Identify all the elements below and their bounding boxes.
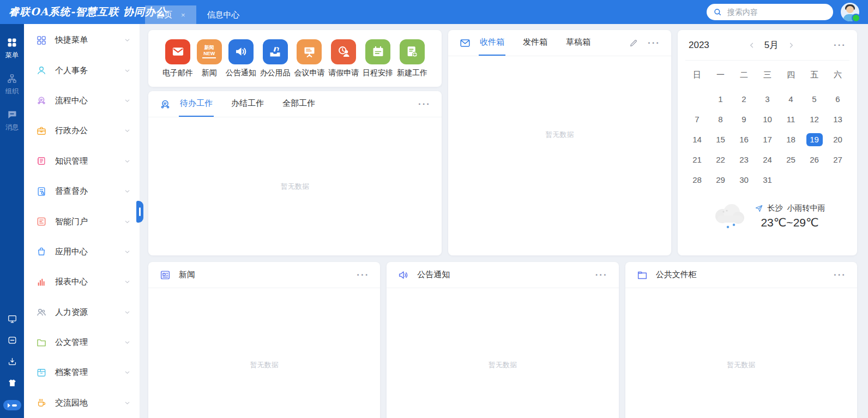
app-shortcut[interactable]: 办公用品 (260, 39, 291, 78)
app-shortcut[interactable]: 电子邮件 (162, 39, 193, 78)
mail-tab[interactable]: 草稿箱 (565, 30, 592, 56)
chevron-down-icon (124, 369, 131, 376)
calendar-weekdays: 日一二三四五六 (685, 61, 849, 85)
rail-item-icon (7, 37, 17, 48)
mail-icon (459, 37, 471, 49)
app-shortcut[interactable]: 新闻NEW 新闻 (197, 39, 222, 78)
calendar-day[interactable]: 22 (709, 150, 732, 170)
close-tab-icon[interactable] (181, 11, 185, 19)
calendar-day[interactable]: 8 (709, 109, 732, 129)
calendar-year: 2023 (689, 40, 709, 51)
prev-month-icon[interactable] (748, 41, 756, 49)
sidebar-item[interactable]: 行政办公 (24, 116, 140, 146)
topbar-tab[interactable]: 首页 (145, 5, 196, 24)
more-icon[interactable] (834, 40, 846, 50)
calendar-day[interactable]: 7 (685, 109, 709, 129)
calendar-day[interactable] (826, 170, 849, 190)
calendar-day[interactable]: 3 (756, 89, 779, 109)
sidebar-item[interactable]: 交流园地 (24, 388, 140, 418)
calendar-day[interactable]: 16 (732, 129, 756, 150)
rail-item[interactable]: 组织 (5, 73, 19, 96)
more-icon[interactable] (648, 38, 660, 47)
calendar-day[interactable]: 14 (685, 129, 709, 150)
sidebar-item[interactable]: 公文管理 (24, 327, 140, 357)
chevron-down-icon (124, 37, 131, 44)
sidebar-item-label: 流程中心 (55, 95, 124, 106)
sidebar-item[interactable]: 流程中心 (24, 86, 140, 116)
rail-tool-icon[interactable] (7, 356, 17, 367)
calendar-day[interactable]: 19 (803, 129, 826, 150)
rail-item-label: 组织 (5, 87, 19, 96)
calendar-day[interactable]: 11 (779, 109, 803, 129)
calendar-day[interactable]: 4 (779, 89, 803, 109)
calendar-month: 5月 (764, 39, 779, 51)
calendar-day[interactable]: 24 (756, 150, 779, 170)
sidebar-item[interactable]: 应用中心 (24, 237, 140, 267)
search-input[interactable] (726, 7, 827, 17)
calendar-day[interactable]: 20 (826, 129, 849, 150)
rail-item[interactable]: 菜单 (5, 37, 19, 60)
more-icon[interactable] (357, 270, 369, 279)
sidebar-item[interactable]: 督查督办 (24, 176, 140, 206)
sidebar-item[interactable]: 个人事务 (24, 55, 140, 85)
rail-tool-icon[interactable] (7, 378, 17, 388)
calendar-day[interactable]: 10 (756, 109, 779, 129)
sidebar-item[interactable]: 智能门户 (24, 206, 140, 236)
more-icon[interactable] (595, 270, 608, 279)
sidebar-item-icon (36, 307, 47, 318)
calendar-day[interactable]: 18 (779, 129, 803, 150)
sidebar-item[interactable]: 报表中心 (24, 267, 140, 297)
sidebar-collapse-handle[interactable] (136, 201, 143, 223)
more-icon[interactable] (418, 99, 431, 109)
calendar-day[interactable]: 31 (756, 170, 779, 190)
calendar-day[interactable]: 17 (756, 129, 779, 150)
rail-item-label: 菜单 (5, 51, 19, 60)
app-shortcut[interactable]: 日程安排 (363, 39, 393, 78)
compose-icon[interactable] (629, 39, 638, 47)
app-shortcut[interactable]: 新建工作 (397, 39, 427, 78)
sidebar-item[interactable]: 快捷菜单 (24, 25, 140, 55)
topbar-tab[interactable]: 信息中心 (196, 5, 251, 24)
avatar[interactable] (841, 3, 859, 21)
calendar-day[interactable]: 29 (709, 170, 732, 190)
work-tab[interactable]: 全部工作 (281, 91, 316, 117)
rail-tool-icon[interactable] (7, 314, 17, 324)
calendar-day[interactable]: 23 (732, 150, 756, 170)
more-icon[interactable] (834, 270, 846, 279)
work-tab[interactable]: 待办工作 (179, 91, 214, 117)
work-tab[interactable]: 办结工作 (230, 91, 265, 117)
calendar-day[interactable]: 30 (732, 170, 756, 190)
rail-tool-icon[interactable] (7, 335, 17, 345)
calendar-day[interactable]: 27 (826, 150, 849, 170)
calendar-day[interactable]: 15 (709, 129, 732, 150)
rail-item[interactable]: 消息 (5, 109, 19, 132)
sidebar-item[interactable]: 档案管理 (24, 357, 140, 387)
calendar-day[interactable]: 21 (685, 150, 709, 170)
next-month-icon[interactable] (787, 41, 795, 49)
topbar: 睿联OA系统-智慧互联 协同办公 首页 信息中心 (0, 0, 868, 24)
calendar-day[interactable]: 2 (732, 89, 756, 109)
calendar-day[interactable]: 13 (826, 109, 849, 129)
mail-tab[interactable]: 发件箱 (522, 30, 548, 56)
app-shortcut[interactable]: 会议申请 (294, 39, 324, 78)
calendar-day[interactable]: 12 (803, 109, 826, 129)
mail-empty-state: 暂无数据 (448, 56, 671, 255)
calendar-day[interactable]: 9 (732, 109, 756, 129)
sidebar-item[interactable]: 知识管理 (24, 146, 140, 176)
calendar-day[interactable]: 6 (826, 89, 849, 109)
calendar-day[interactable] (803, 170, 826, 190)
calendar-day[interactable]: 25 (779, 150, 803, 170)
calendar-day[interactable]: 5 (803, 89, 826, 109)
calendar-day[interactable]: 28 (685, 170, 709, 190)
app-shortcut[interactable]: 公告通知 (226, 39, 256, 78)
calendar-day[interactable]: 1 (709, 89, 732, 109)
app-icon: 新闻NEW (197, 39, 222, 64)
calendar-day[interactable] (779, 170, 803, 190)
sidebar-item-icon (36, 367, 47, 378)
calendar-day[interactable]: 26 (803, 150, 826, 170)
mail-tab[interactable]: 收件箱 (479, 30, 505, 56)
sidebar-item[interactable]: 人力资源 (24, 297, 140, 327)
app-shortcut[interactable]: 请假申请 (328, 39, 359, 78)
calendar-day[interactable] (685, 89, 709, 109)
collapse-toggle[interactable] (3, 400, 21, 410)
